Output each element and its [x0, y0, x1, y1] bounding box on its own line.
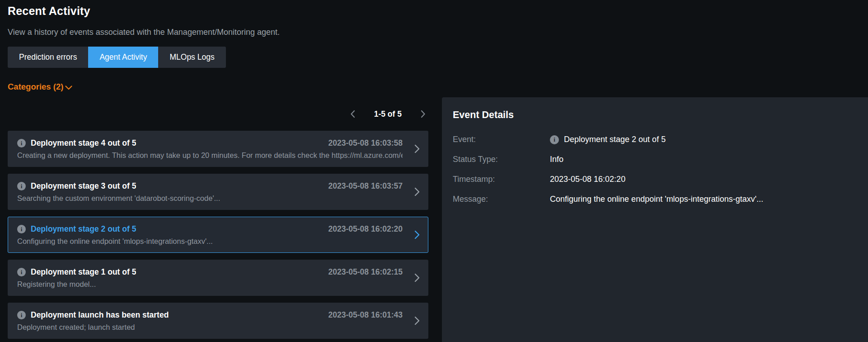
detail-value-event-text: Deployment stage 2 out of 5 [564, 135, 666, 144]
event-title: Deployment stage 2 out of 5 [31, 224, 136, 234]
detail-value-timestamp-text: 2023-05-08 16:02:20 [550, 175, 625, 184]
detail-label-status-type: Status Type: [453, 155, 550, 164]
page-title: Recent Activity [8, 5, 868, 18]
info-icon: i [550, 135, 559, 144]
tab-prediction-errors[interactable]: Prediction errors [8, 47, 88, 68]
event-message: Deployment created; launch started [17, 323, 403, 332]
event-timestamp: 2023-05-08 16:02:15 [321, 267, 403, 277]
tab-mlops-logs[interactable]: MLOps Logs [158, 47, 225, 68]
categories-filter[interactable]: Categories (2) [8, 82, 73, 92]
event-title: Deployment stage 4 out of 5 [31, 138, 136, 148]
detail-value-message: Configuring the online endpoint 'mlops-i… [550, 195, 857, 204]
pagination-range-label: 1-5 of 5 [374, 109, 402, 119]
info-icon: i [17, 139, 26, 147]
detail-value-message-text: Configuring the online endpoint 'mlops-i… [550, 195, 763, 204]
detail-label-event: Event: [453, 135, 550, 144]
detail-value-status-type-text: Info [550, 155, 563, 164]
pagination-prev-button[interactable] [350, 110, 355, 118]
page-subtitle: View a history of events associated with… [8, 28, 868, 37]
info-icon: i [17, 311, 26, 319]
event-message: Creating a new deployment. This action m… [17, 151, 403, 160]
info-icon: i [17, 268, 26, 276]
event-timestamp: 2023-05-08 16:01:43 [321, 310, 403, 320]
event-card[interactable]: i Deployment stage 1 out of 5 2023-05-08… [8, 260, 428, 296]
pagination-next-button[interactable] [421, 110, 426, 118]
tab-agent-activity[interactable]: Agent Activity [88, 47, 158, 68]
event-card[interactable]: i Deployment stage 4 out of 5 2023-05-08… [8, 131, 428, 167]
event-card-content: i Deployment stage 1 out of 5 2023-05-08… [17, 267, 403, 289]
event-message: Searching the custom environment 'dataro… [17, 194, 403, 203]
event-timestamp: 2023-05-08 16:03:57 [321, 181, 403, 191]
chevron-right-icon [414, 316, 420, 325]
event-timestamp: 2023-05-08 16:03:58 [321, 138, 403, 148]
categories-label: Categories (2) [8, 82, 63, 92]
event-title: Deployment stage 3 out of 5 [31, 181, 136, 191]
event-title: Deployment stage 1 out of 5 [31, 267, 136, 277]
chevron-right-icon [414, 187, 420, 196]
event-card-content: i Deployment stage 2 out of 5 2023-05-08… [17, 224, 403, 246]
events-list-column: 1-5 of 5 i Deployment stage 4 out of 5 2… [8, 97, 428, 342]
event-card-selected[interactable]: i Deployment stage 2 out of 5 2023-05-08… [8, 217, 428, 253]
event-card-content: i Deployment stage 4 out of 5 2023-05-08… [17, 138, 403, 160]
detail-value-status-type: Info [550, 155, 857, 164]
event-card[interactable]: i Deployment launch has been started 202… [8, 303, 428, 339]
event-card-content: i Deployment launch has been started 202… [17, 310, 403, 332]
detail-value-timestamp: 2023-05-08 16:02:20 [550, 175, 857, 184]
event-card[interactable]: i Deployment stage 3 out of 5 2023-05-08… [8, 174, 428, 210]
event-timestamp: 2023-05-08 16:02:20 [321, 224, 403, 234]
detail-value-event: i Deployment stage 2 out of 5 [550, 135, 857, 144]
event-message: Registering the model... [17, 280, 403, 289]
recent-activity-page: Recent Activity View a history of events… [0, 0, 868, 342]
chevron-right-icon [414, 144, 420, 153]
info-icon: i [17, 225, 26, 233]
chevron-right-icon [414, 230, 420, 239]
event-details-panel: Event Details Event: i Deployment stage … [442, 97, 868, 342]
chevron-right-icon [414, 273, 420, 282]
event-card-content: i Deployment stage 3 out of 5 2023-05-08… [17, 181, 403, 203]
pagination: 1-5 of 5 [8, 97, 428, 131]
detail-label-message: Message: [453, 195, 550, 204]
event-title: Deployment launch has been started [31, 310, 169, 320]
event-message: Configuring the online endpoint 'mlops-i… [17, 237, 403, 246]
event-list: i Deployment stage 4 out of 5 2023-05-08… [8, 131, 428, 339]
detail-label-timestamp: Timestamp: [453, 175, 550, 184]
event-details-grid: Event: i Deployment stage 2 out of 5 Sta… [453, 135, 857, 204]
activity-tabs: Prediction errors Agent Activity MLOps L… [8, 47, 226, 68]
chevron-down-icon [65, 84, 73, 90]
main-content: 1-5 of 5 i Deployment stage 4 out of 5 2… [8, 97, 868, 342]
event-details-title: Event Details [453, 109, 857, 121]
info-icon: i [17, 182, 26, 190]
